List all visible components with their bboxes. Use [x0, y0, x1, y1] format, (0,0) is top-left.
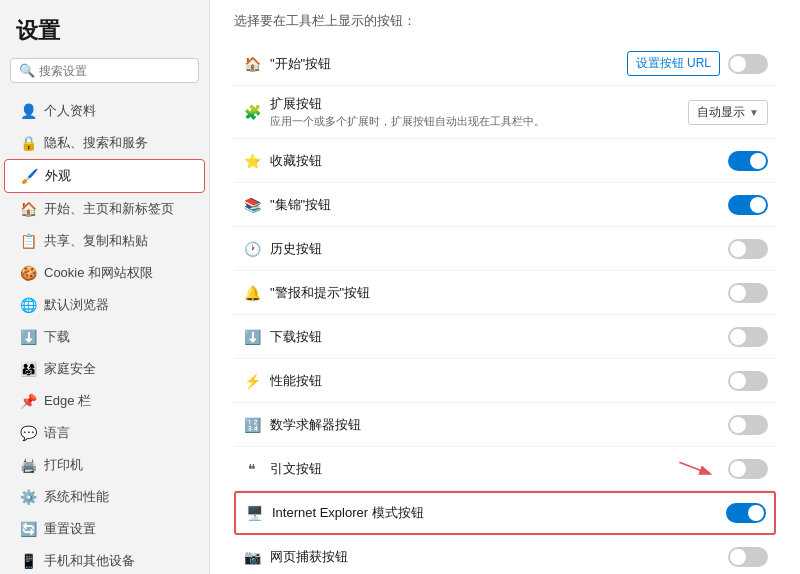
row-icon-calculator-btn: 🔢 — [242, 415, 262, 435]
page-title: 设置 — [0, 16, 209, 58]
nav-label-family: 家庭安全 — [44, 360, 96, 378]
row-icon-favorites-btn: ⭐ — [242, 151, 262, 171]
sidebar-item-profile[interactable]: 👤 个人资料 — [4, 95, 205, 127]
row-right-calculator-btn — [728, 415, 768, 435]
toggle-calculator-btn[interactable] — [728, 415, 768, 435]
toggle-performance-btn[interactable] — [728, 371, 768, 391]
toggle-collections-btn[interactable] — [728, 195, 768, 215]
nav-icon-start: 🏠 — [20, 201, 36, 217]
sidebar-item-edgebar[interactable]: 📌 Edge 栏 — [4, 385, 205, 417]
sidebar-item-family[interactable]: 👨‍👩‍👧 家庭安全 — [4, 353, 205, 385]
auto-dropdown[interactable]: 自动显示 ▼ — [688, 100, 768, 125]
sidebar-item-start[interactable]: 🏠 开始、主页和新标签页 — [4, 193, 205, 225]
toolbar-row-alert-btn: 🔔 "警报和提示"按钮 — [234, 271, 776, 315]
row-label-collections-btn: "集锦"按钮 — [270, 197, 331, 212]
nav-label-edgebar: Edge 栏 — [44, 392, 91, 410]
nav-icon-reset: 🔄 — [20, 521, 36, 537]
nav-label-profile: 个人资料 — [44, 102, 96, 120]
toggle-ie-mode-btn[interactable] — [726, 503, 766, 523]
sidebar-item-share[interactable]: 📋 共享、复制和粘贴 — [4, 225, 205, 257]
row-icon-download-btn: ⬇️ — [242, 327, 262, 347]
row-right-download-btn — [728, 327, 768, 347]
row-right-ie-mode-btn — [726, 503, 766, 523]
row-text-alert-btn: "警报和提示"按钮 — [270, 284, 370, 302]
toolbar-row-favorites-btn: ⭐ 收藏按钮 — [234, 139, 776, 183]
row-label-citation-btn: 引文按钮 — [270, 461, 322, 476]
row-text-capture-btn: 网页捕获按钮 — [270, 548, 348, 566]
row-icon-start-btn: 🏠 — [242, 54, 262, 74]
auto-dropdown-label: 自动显示 — [697, 104, 745, 121]
row-text-ie-mode-btn: Internet Explorer 模式按钮 — [272, 504, 424, 522]
search-icon: 🔍 — [19, 63, 35, 78]
search-box[interactable]: 🔍 — [10, 58, 199, 83]
nav-label-system: 系统和性能 — [44, 488, 109, 506]
toolbar-rows: 🏠 "开始"按钮 设置按钮 URL 🧩 扩展按钮应用一个或多个扩展时，扩展按钮自… — [234, 42, 776, 574]
row-left-calculator-btn: 🔢 数学求解器按钮 — [242, 415, 728, 435]
row-text-collections-btn: "集锦"按钮 — [270, 196, 331, 214]
toolbar-row-history-btn: 🕐 历史按钮 — [234, 227, 776, 271]
row-right-start-btn: 设置按钮 URL — [627, 51, 768, 76]
sidebar-item-printer[interactable]: 🖨️ 打印机 — [4, 449, 205, 481]
sidebar-item-mobile[interactable]: 📱 手机和其他设备 — [4, 545, 205, 574]
nav-label-download: 下载 — [44, 328, 70, 346]
sidebar-item-system[interactable]: ⚙️ 系统和性能 — [4, 481, 205, 513]
row-label-capture-btn: 网页捕获按钮 — [270, 549, 348, 564]
row-right-alert-btn — [728, 283, 768, 303]
toolbar-row-extension-btn: 🧩 扩展按钮应用一个或多个扩展时，扩展按钮自动出现在工具栏中。 自动显示 ▼ — [234, 86, 776, 139]
row-label-extension-btn: 扩展按钮 — [270, 96, 322, 111]
nav-label-language: 语言 — [44, 424, 70, 442]
toggle-favorites-btn[interactable] — [728, 151, 768, 171]
row-text-extension-btn: 扩展按钮应用一个或多个扩展时，扩展按钮自动出现在工具栏中。 — [270, 95, 545, 129]
nav-label-privacy: 隐私、搜索和服务 — [44, 134, 148, 152]
sidebar-item-language[interactable]: 💬 语言 — [4, 417, 205, 449]
sidebar-item-download[interactable]: ⬇️ 下载 — [4, 321, 205, 353]
row-right-history-btn — [728, 239, 768, 259]
sidebar-item-privacy[interactable]: 🔒 隐私、搜索和服务 — [4, 127, 205, 159]
toggle-citation-btn[interactable] — [728, 459, 768, 479]
row-icon-collections-btn: 📚 — [242, 195, 262, 215]
toolbar-row-capture-btn: 📷 网页捕获按钮 — [234, 535, 776, 574]
nav-icon-cookies: 🍪 — [20, 265, 36, 281]
row-left-download-btn: ⬇️ 下载按钮 — [242, 327, 728, 347]
toggle-alert-btn[interactable] — [728, 283, 768, 303]
nav-icon-privacy: 🔒 — [20, 135, 36, 151]
row-left-extension-btn: 🧩 扩展按钮应用一个或多个扩展时，扩展按钮自动出现在工具栏中。 — [242, 95, 688, 129]
toolbar-row-performance-btn: ⚡ 性能按钮 — [234, 359, 776, 403]
nav-icon-appearance: 🖌️ — [21, 168, 37, 184]
nav-icon-language: 💬 — [20, 425, 36, 441]
row-right-favorites-btn — [728, 151, 768, 171]
svg-line-0 — [679, 462, 709, 473]
toolbar-row-collections-btn: 📚 "集锦"按钮 — [234, 183, 776, 227]
nav-icon-default: 🌐 — [20, 297, 36, 313]
section-title: 选择要在工具栏上显示的按钮： — [234, 12, 776, 34]
search-input[interactable] — [39, 64, 190, 78]
nav-icon-share: 📋 — [20, 233, 36, 249]
row-icon-performance-btn: ⚡ — [242, 371, 262, 391]
nav-icon-system: ⚙️ — [20, 489, 36, 505]
toggle-start-btn[interactable] — [728, 54, 768, 74]
toggle-history-btn[interactable] — [728, 239, 768, 259]
row-text-favorites-btn: 收藏按钮 — [270, 152, 322, 170]
nav-label-reset: 重置设置 — [44, 520, 96, 538]
row-icon-alert-btn: 🔔 — [242, 283, 262, 303]
sidebar-item-reset[interactable]: 🔄 重置设置 — [4, 513, 205, 545]
nav-icon-mobile: 📱 — [20, 553, 36, 569]
chevron-down-icon: ▼ — [749, 107, 759, 118]
sidebar-item-appearance[interactable]: 🖌️ 外观 — [4, 159, 205, 193]
toolbar-row-download-btn: ⬇️ 下载按钮 — [234, 315, 776, 359]
row-right-collections-btn — [728, 195, 768, 215]
sidebar-item-cookies[interactable]: 🍪 Cookie 和网站权限 — [4, 257, 205, 289]
sidebar-item-default[interactable]: 🌐 默认浏览器 — [4, 289, 205, 321]
nav-label-default: 默认浏览器 — [44, 296, 109, 314]
toggle-download-btn[interactable] — [728, 327, 768, 347]
row-icon-ie-mode-btn: 🖥️ — [244, 503, 264, 523]
row-label-performance-btn: 性能按钮 — [270, 373, 322, 388]
row-label-calculator-btn: 数学求解器按钮 — [270, 417, 361, 432]
toggle-capture-btn[interactable] — [728, 547, 768, 567]
row-left-ie-mode-btn: 🖥️ Internet Explorer 模式按钮 — [244, 503, 726, 523]
row-text-start-btn: "开始"按钮 — [270, 55, 331, 73]
url-button[interactable]: 设置按钮 URL — [627, 51, 720, 76]
nav-label-share: 共享、复制和粘贴 — [44, 232, 148, 250]
row-text-performance-btn: 性能按钮 — [270, 372, 322, 390]
row-label-favorites-btn: 收藏按钮 — [270, 153, 322, 168]
